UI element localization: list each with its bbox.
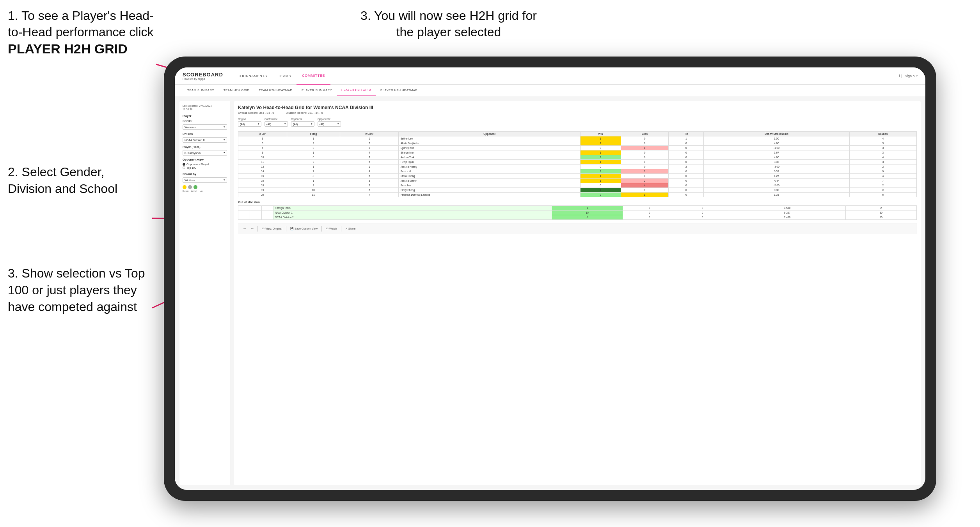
save-custom-btn[interactable]: 💾Save Custom View — [289, 226, 319, 231]
table-row: 19 10 6 Emily Chang 4 0 0 0.30 11 — [238, 188, 917, 193]
radio-unchecked-icon — [183, 166, 185, 169]
instructions-step1: 1. To see a Player's Head-to-Head perfor… — [8, 8, 156, 58]
ood-table-row: NCAA Division 2 5 0 0 7.400 10 — [238, 215, 917, 220]
th-conf: # Conf — [340, 132, 399, 136]
filter-row: Region (All)▾ Conference (All)▾ Opponent — [238, 118, 917, 129]
left-panel: Last Updated: 27/03/202416:55:38 Player … — [179, 101, 230, 485]
toolbar-divider-4 — [341, 226, 341, 232]
record-row: Overall Record: 353 - 34 - 6 Division Re… — [238, 111, 917, 115]
th-tie: Tie — [669, 132, 704, 136]
share-btn[interactable]: ↗Share — [344, 226, 357, 231]
sub-nav-player-heatmap[interactable]: PLAYER H2H HEATMAP — [376, 85, 422, 96]
ood-table-row: Foreign Team 1 0 0 4.500 2 — [238, 206, 917, 210]
colour-label: Colour by — [183, 172, 227, 176]
sub-nav-team-h2h-grid[interactable]: TEAM H2H GRID — [219, 85, 254, 96]
dot-down — [183, 185, 186, 189]
radio-top-100[interactable]: Top 100 — [183, 166, 227, 169]
tablet-screen: SCOREBOARD Powered by clippd TOURNAMENTS… — [175, 67, 925, 490]
table-row: 20 11 7 Federica Domecq Lacroze 2 1 0 1.… — [238, 193, 917, 197]
player-rank-label: Player (Rank) — [183, 145, 227, 149]
content-area: Last Updated: 27/03/202416:55:38 Player … — [175, 96, 925, 490]
h2h-table: # Div # Reg # Conf Opponent Win Loss Tie… — [238, 131, 917, 197]
sub-nav-player-summary[interactable]: PLAYER SUMMARY — [297, 85, 337, 96]
nav-tournaments[interactable]: TOURNAMENTS — [233, 67, 273, 85]
radio-group: Opponents Played Top 100 — [183, 163, 227, 169]
view-original-btn[interactable]: 👁View: Original — [260, 226, 284, 231]
filter-opponents-label: Opponents: (All)▾ — [318, 118, 341, 129]
player-section-label: Player — [183, 114, 227, 118]
gender-dropdown[interactable]: Women's ▾ — [183, 124, 227, 130]
filter-conference: Conference (All)▾ — [265, 118, 288, 129]
nav-right: i | Sign out — [899, 74, 918, 78]
filter-region: Region (All)▾ — [238, 118, 261, 129]
nav-items: TOURNAMENTS TEAMS COMMITTEE — [233, 67, 899, 85]
opponents-filter[interactable]: (All)▾ — [318, 121, 341, 127]
sign-out-link[interactable]: Sign out — [905, 74, 918, 78]
undo-btn[interactable]: ↩ — [242, 226, 247, 231]
top-navbar: SCOREBOARD Powered by clippd TOURNAMENTS… — [175, 67, 925, 85]
toolbar-divider-2 — [286, 226, 286, 232]
table-row: 10 6 3 Andrea York 2 0 0 4.00 4 — [238, 155, 917, 160]
page-title: Katelyn Vo Head-to-Head Grid for Women's… — [238, 105, 917, 110]
brand-logo: SCOREBOARD Powered by clippd — [183, 72, 223, 80]
th-win: Win — [580, 132, 621, 136]
redo-btn[interactable]: ↪ — [250, 226, 255, 231]
conference-filter[interactable]: (All)▾ — [265, 121, 288, 127]
region-filter[interactable]: (All)▾ — [238, 121, 261, 127]
instructions-step3-bottom: 3. Show selection vs Top 100 or just pla… — [8, 265, 152, 316]
watch-btn[interactable]: 👁Watch — [324, 226, 339, 231]
radio-checked-icon — [183, 163, 185, 166]
th-rounds: Rounds — [849, 132, 916, 136]
colour-section: Colour by Win/loss ▾ Down Level Up — [183, 172, 227, 192]
table-row: 3 1 1 Esther Lee 1 0 1 1.50 4 — [238, 136, 917, 141]
sub-nav-team-summary[interactable]: TEAM SUMMARY — [183, 85, 219, 96]
tablet-frame: SCOREBOARD Powered by clippd TOURNAMENTS… — [164, 57, 936, 501]
th-div: # Div — [238, 132, 287, 136]
colour-dots — [183, 185, 227, 189]
ood-table-row: NAIA Division 1 15 0 0 9.267 30 — [238, 210, 917, 215]
th-opponent: Opponent — [399, 132, 580, 136]
table-row: 6 3 3 Sydney Kuo 0 1 0 -1.00 3 — [238, 146, 917, 150]
table-row: 14 7 4 Eunice Yi 2 2 0 0.38 9 — [238, 169, 917, 174]
table-row: 15 8 5 Stella Cheng 1 0 0 1.25 4 — [238, 174, 917, 179]
table-row: 16 1 3 Jessica Mason 1 2 0 -0.94 7 — [238, 179, 917, 183]
division-label: Division — [183, 132, 227, 136]
sub-navbar: TEAM SUMMARY TEAM H2H GRID TEAM H2H HEAT… — [175, 85, 925, 96]
nav-teams[interactable]: TEAMS — [273, 67, 297, 85]
table-row: 11 2 5 Heejo Hyun 1 0 0 3.33 3 — [238, 160, 917, 164]
opponent-filter[interactable]: (All)▾ — [291, 121, 314, 127]
gender-label: Gender — [183, 119, 227, 123]
last-updated: Last Updated: 27/03/202416:55:38 — [183, 104, 227, 111]
instructions-step2: 2. Select Gender, Division and School — [8, 164, 144, 197]
sub-nav-team-heatmap[interactable]: TEAM H2H HEATMAP — [254, 85, 297, 96]
dot-up — [194, 185, 197, 189]
th-loss: Loss — [621, 132, 668, 136]
division-dropdown[interactable]: NCAA Division III ▾ — [183, 137, 227, 143]
player-rank-dropdown[interactable]: 8. Katelyn Vo ▾ — [183, 150, 227, 156]
filter-opponent: Opponent (All)▾ — [291, 118, 314, 129]
instructions-step3-top: 3. You will now see H2H grid for the pla… — [351, 8, 546, 40]
opponent-view-section: Opponent view Opponents Played Top 100 — [183, 158, 227, 169]
nav-committee[interactable]: COMMITTEE — [296, 67, 330, 85]
sub-nav-player-h2h-grid[interactable]: PLAYER H2H GRID — [337, 85, 376, 96]
main-content: Katelyn Vo Head-to-Head Grid for Women's… — [234, 101, 921, 485]
table-row: 18 2 2 Euna Lee 0 4 0 -5.00 2 — [238, 183, 917, 188]
th-diff: Diff Av Strokes/Rnd — [704, 132, 849, 136]
out-of-division-label: Out of division — [238, 200, 917, 204]
out-of-division-table: Foreign Team 1 0 0 4.500 2 NAIA Division… — [238, 205, 917, 220]
colour-dropdown[interactable]: Win/loss ▾ — [183, 177, 227, 183]
dot-level — [188, 185, 192, 189]
colour-legend-labels: Down Level Up — [183, 190, 227, 192]
toolbar-divider-3 — [321, 226, 322, 232]
table-row: 9 1 4 Sharon Mun 1 0 0 3.67 3 — [238, 150, 917, 155]
opponent-view-label: Opponent view — [183, 158, 227, 161]
table-row: 5 2 2 Alexis Sudjianto 1 0 0 4.00 3 — [238, 141, 917, 146]
th-reg: # Reg — [287, 132, 340, 136]
table-row: 13 1 1 Jessica Huang 0 0 2 -3.00 2 — [238, 164, 917, 169]
toolbar: ↩ ↪ 👁View: Original 💾Save Custom View 👁W… — [238, 223, 917, 234]
toolbar-divider-1 — [257, 226, 258, 232]
radio-opponents-played[interactable]: Opponents Played — [183, 163, 227, 166]
